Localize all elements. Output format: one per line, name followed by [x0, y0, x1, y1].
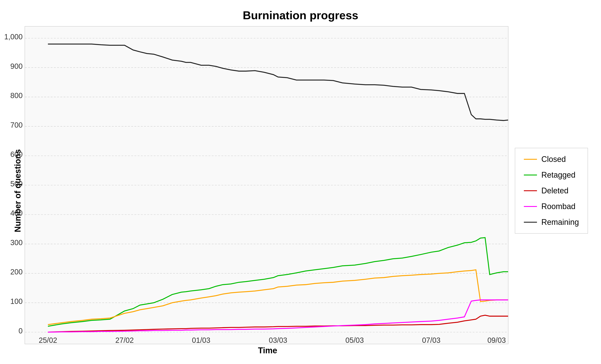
svg-text:27/02: 27/02	[115, 336, 134, 344]
chart-plot-area: 1,000 900 800 700 600 500 400 300 200 10…	[25, 26, 508, 344]
svg-text:800: 800	[10, 91, 22, 100]
remaining-line	[48, 44, 508, 121]
svg-text:05/03: 05/03	[346, 336, 364, 344]
svg-text:400: 400	[10, 209, 22, 217]
legend-label-closed: Closed	[541, 155, 566, 164]
chart-title: Burnination progress	[243, 9, 358, 22]
closed-line	[48, 270, 508, 325]
svg-text:600: 600	[10, 150, 22, 158]
svg-text:500: 500	[10, 180, 22, 188]
chart-container: Burnination progress Number of questions	[0, 0, 601, 364]
legend-label-retagged: Retagged	[541, 170, 575, 180]
legend-line-retagged	[524, 175, 537, 176]
svg-text:03/03: 03/03	[269, 336, 287, 344]
legend-line-closed	[524, 159, 537, 160]
svg-text:25/02: 25/02	[39, 336, 57, 344]
legend-item-roombad: Roombad	[524, 202, 579, 211]
legend-label-roombad: Roombad	[541, 202, 575, 211]
legend-item-closed: Closed	[524, 155, 579, 164]
svg-text:09/03: 09/03	[487, 336, 506, 344]
legend-item-deleted: Deleted	[524, 186, 579, 195]
legend-label-deleted: Deleted	[541, 186, 568, 195]
x-axis-label: Time	[25, 346, 511, 355]
svg-text:0: 0	[19, 326, 23, 335]
deleted-line	[48, 315, 508, 332]
legend-item-remaining: Remaining	[524, 218, 579, 227]
svg-text:01/03: 01/03	[192, 336, 210, 344]
chart-area: Number of questions	[13, 26, 588, 355]
svg-text:200: 200	[10, 268, 22, 276]
svg-text:300: 300	[10, 238, 22, 247]
retagged-line	[48, 238, 508, 326]
svg-text:700: 700	[10, 121, 22, 129]
legend-label-remaining: Remaining	[541, 218, 579, 227]
chart-main: 1,000 900 800 700 600 500 400 300 200 10…	[25, 26, 511, 355]
legend-line-roombad	[524, 206, 537, 207]
legend-line-deleted	[524, 190, 537, 191]
svg-text:100: 100	[10, 297, 22, 305]
svg-text:1,000: 1,000	[4, 33, 22, 41]
svg-text:900: 900	[10, 62, 22, 70]
legend: Closed Retagged Deleted Roombad Remainin…	[515, 148, 588, 234]
legend-item-retagged: Retagged	[524, 170, 579, 180]
chart-svg: 1,000 900 800 700 600 500 400 300 200 10…	[25, 26, 508, 344]
legend-line-remaining	[524, 222, 537, 223]
svg-text:07/03: 07/03	[422, 336, 440, 344]
y-axis-label: Number of questions	[13, 26, 22, 355]
